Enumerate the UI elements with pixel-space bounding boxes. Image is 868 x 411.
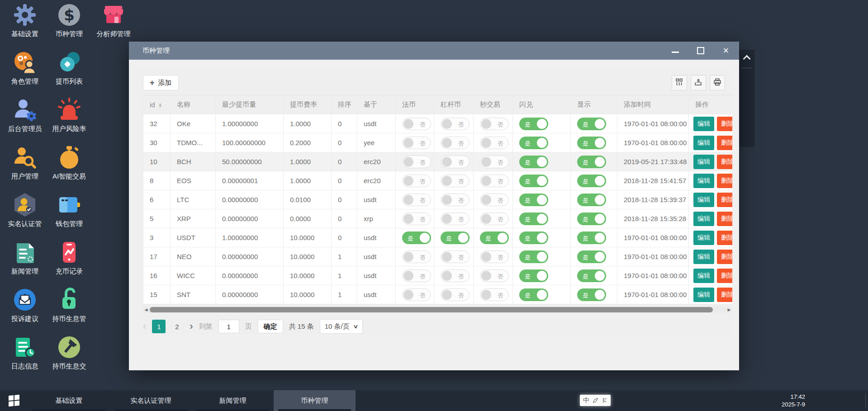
leverage-toggle[interactable]: 否 (441, 250, 470, 263)
flash-swap-toggle[interactable]: 是 (519, 250, 548, 263)
edit-button[interactable]: 编辑 (693, 117, 714, 131)
taskbar-button[interactable]: 实名认证管理 (110, 390, 192, 411)
delete-button[interactable]: 删除 (717, 136, 732, 150)
seconds-trade-toggle[interactable]: 否 (480, 175, 509, 187)
seconds-trade-toggle[interactable]: 否 (480, 269, 509, 282)
page-number-1[interactable]: 1 (152, 320, 166, 333)
fiat-toggle[interactable]: 否 (402, 156, 431, 168)
add-button[interactable]: + 添加 (143, 75, 179, 90)
column-header[interactable]: id▲▼ (143, 95, 171, 114)
delete-button[interactable]: 删除 (717, 231, 732, 245)
seconds-trade-toggle[interactable]: 否 (480, 137, 509, 149)
delete-button[interactable]: 删除 (717, 212, 732, 226)
print-button[interactable] (710, 75, 725, 90)
page-number-2[interactable]: 2 (170, 320, 184, 333)
desktop-icon-coins[interactable]: 提币列表 (47, 49, 91, 97)
minimize-icon[interactable] (671, 47, 679, 55)
next-page-icon[interactable]: › (190, 321, 193, 331)
show-toggle[interactable]: 是 (577, 213, 606, 225)
flash-swap-toggle[interactable]: 是 (519, 156, 548, 168)
fiat-toggle[interactable]: 否 (402, 288, 431, 301)
show-toggle[interactable]: 是 (577, 231, 606, 244)
edit-button[interactable]: 编辑 (693, 269, 714, 283)
edit-button[interactable]: 编辑 (693, 288, 714, 302)
seconds-trade-toggle[interactable]: 否 (480, 118, 509, 130)
show-toggle[interactable]: 是 (577, 175, 606, 187)
desktop-icon-deposit[interactable]: 充币记录 (47, 239, 91, 287)
delete-button[interactable]: 删除 (717, 117, 732, 131)
export-button[interactable] (691, 75, 706, 90)
show-toggle[interactable]: 是 (577, 269, 606, 282)
seconds-trade-toggle[interactable]: 是 (480, 231, 509, 244)
desktop-icon-dollar[interactable]: $ 币种管理 (47, 2, 91, 49)
delete-button[interactable]: 删除 (717, 288, 732, 302)
leverage-toggle[interactable]: 否 (441, 175, 470, 187)
desktop-icon-roles[interactable]: 角色管理 (3, 49, 47, 97)
flash-swap-toggle[interactable]: 是 (519, 137, 548, 149)
desktop-icon-user-search[interactable]: 用户管理 (3, 144, 47, 192)
show-toggle[interactable]: 是 (577, 250, 606, 263)
edit-button[interactable]: 编辑 (693, 174, 714, 188)
leverage-toggle[interactable]: 是 (441, 231, 470, 244)
desktop-icon-unlock[interactable]: 持币生息管 (47, 287, 91, 334)
seconds-trade-toggle[interactable]: 否 (480, 288, 509, 301)
show-toggle[interactable]: 是 (577, 137, 606, 149)
prev-page-icon[interactable]: ‹ (143, 321, 146, 331)
fiat-toggle[interactable]: 是 (402, 231, 431, 244)
edit-button[interactable]: 编辑 (693, 193, 714, 207)
start-button[interactable] (0, 390, 28, 411)
taskbar-button[interactable]: 币种管理 (274, 390, 356, 411)
edit-button[interactable]: 编辑 (693, 250, 714, 264)
scroll-right-arrow-icon[interactable]: ▶ (726, 307, 732, 313)
flash-swap-toggle[interactable]: 是 (519, 194, 548, 206)
sort-arrows-icon[interactable]: ▲▼ (158, 103, 162, 108)
taskbar-clock[interactable]: 17:42 2025-7-9 (764, 393, 805, 408)
scroll-left-arrow-icon[interactable]: ◀ (143, 307, 149, 313)
page-size-select[interactable]: 10 条/页 ∨ (320, 319, 363, 334)
desktop-icon-mail[interactable]: 投诉建议 (3, 287, 47, 334)
desktop-icon-stopwatch[interactable]: AI智能交易 (47, 144, 91, 192)
desktop-icon-log[interactable]: 日志信息 (3, 334, 47, 382)
scrollbar-thumb[interactable] (150, 307, 713, 312)
show-toggle[interactable]: 是 (577, 118, 606, 130)
leverage-toggle[interactable]: 否 (441, 156, 470, 168)
chevron-up-icon[interactable] (743, 55, 751, 63)
fiat-toggle[interactable]: 否 (402, 194, 431, 206)
leverage-toggle[interactable]: 否 (441, 194, 470, 206)
desktop-icon-id-verify[interactable]: 实名认证管 (3, 192, 47, 239)
seconds-trade-toggle[interactable]: 否 (480, 156, 509, 168)
seconds-trade-toggle[interactable]: 否 (480, 194, 509, 206)
leverage-toggle[interactable]: 否 (441, 137, 470, 149)
fiat-toggle[interactable]: 否 (402, 213, 431, 225)
columns-button[interactable] (672, 75, 687, 90)
ime-language-bar[interactable]: 中 (580, 395, 611, 406)
delete-button[interactable]: 删除 (717, 193, 732, 207)
edit-button[interactable]: 编辑 (693, 212, 714, 226)
delete-button[interactable]: 删除 (717, 250, 732, 264)
seconds-trade-toggle[interactable]: 否 (480, 213, 509, 225)
show-toggle[interactable]: 是 (577, 288, 606, 301)
taskbar-button[interactable]: 基础设置 (28, 390, 110, 411)
maximize-icon[interactable] (697, 47, 705, 55)
edit-button[interactable]: 编辑 (693, 231, 714, 245)
flash-swap-toggle[interactable]: 是 (519, 213, 548, 225)
show-toggle[interactable]: 是 (577, 194, 606, 206)
leverage-toggle[interactable]: 否 (441, 118, 470, 130)
desktop-icon-wallet[interactable]: 钱包管理 (47, 192, 91, 239)
goto-page-input[interactable] (218, 320, 239, 333)
fiat-toggle[interactable]: 否 (402, 250, 431, 263)
show-desktop-divider[interactable] (865, 393, 866, 408)
delete-button[interactable]: 删除 (717, 155, 732, 169)
flash-swap-toggle[interactable]: 是 (519, 269, 548, 282)
delete-button[interactable]: 删除 (717, 269, 732, 283)
fiat-toggle[interactable]: 否 (402, 118, 431, 130)
delete-button[interactable]: 删除 (717, 174, 732, 188)
flash-swap-toggle[interactable]: 是 (519, 231, 548, 244)
desktop-icon-admin[interactable]: 后台管理员 (3, 97, 47, 144)
taskbar-button[interactable]: 新闻管理 (192, 390, 274, 411)
desktop-icon-gear[interactable]: 基础设置 (3, 2, 47, 49)
desktop-icon-hammer[interactable]: 持币生息交 (47, 334, 91, 382)
confirm-button[interactable]: 确定 (258, 320, 283, 333)
flash-swap-toggle[interactable]: 是 (519, 118, 548, 130)
edit-button[interactable]: 编辑 (693, 136, 714, 150)
